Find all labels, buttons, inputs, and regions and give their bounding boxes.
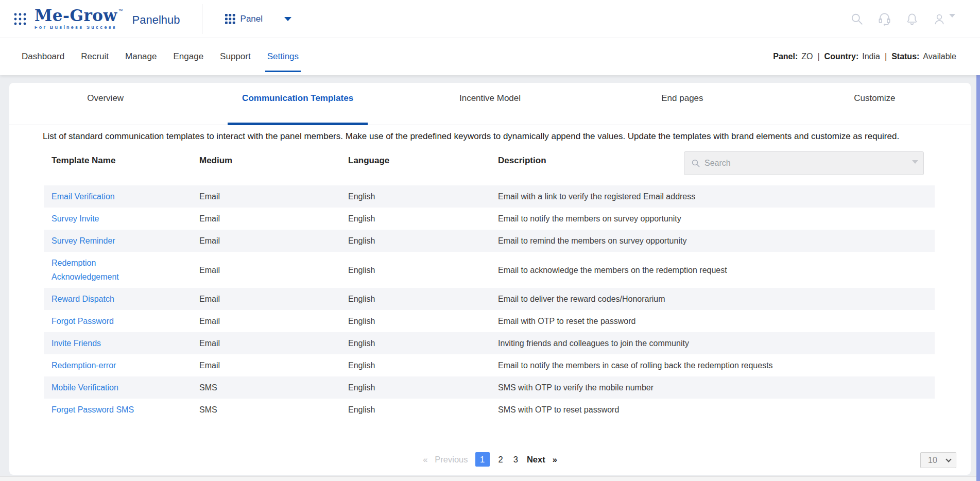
tab-communication-templates[interactable]: Communication Templates: [201, 83, 393, 125]
page-size-select-wrap: 10: [920, 452, 956, 468]
meta-panel-label: Panel:: [773, 52, 798, 61]
medium-cell: Email: [199, 358, 348, 372]
language-cell: English: [348, 234, 498, 248]
top-header-bar: Me-Grow ™ For Business Success Panelhub …: [0, 0, 980, 38]
table-search-box: [684, 151, 924, 175]
table-row: Forget Password SMS SMS English SMS with…: [44, 399, 935, 421]
language-cell: English: [348, 314, 498, 328]
template-name-link[interactable]: Forgot Password: [51, 314, 114, 328]
panel-context-info: Panel: ZO | Country: India | Status: Ava…: [773, 52, 956, 61]
nav-item-dashboard[interactable]: Dashboard: [22, 38, 64, 75]
page-button-1[interactable]: 1: [475, 452, 490, 467]
column-header-template-name: Template Name: [51, 156, 199, 180]
table-row: Redemption Acknowledgement Email English…: [44, 252, 935, 288]
language-cell: English: [348, 358, 498, 372]
template-name-link[interactable]: Survey Invite: [51, 212, 99, 226]
page-size-select[interactable]: 10: [920, 452, 956, 468]
table-row: Email Verification Email English Email w…: [44, 185, 935, 208]
description-cell: Email with a link to verify the register…: [498, 190, 935, 203]
header-action-icons: [850, 12, 955, 26]
search-dropdown-caret-icon: [912, 160, 918, 164]
pagination: « Previous 1 2 3 Next »: [9, 452, 971, 467]
search-input[interactable]: [704, 159, 908, 168]
app-launcher-grid-icon[interactable]: [13, 12, 27, 26]
notifications-bell-icon[interactable]: [905, 12, 919, 26]
user-menu-caret-icon: [949, 14, 955, 18]
tab-end-pages[interactable]: End pages: [586, 83, 778, 125]
table-row: Reward Dispatch Email English Email to d…: [44, 288, 935, 310]
user-profile-menu[interactable]: [933, 12, 955, 26]
table-row: Mobile Verification SMS English SMS with…: [44, 376, 935, 399]
primary-navigation: Dashboard Recruit Manage Engage Support …: [0, 38, 980, 75]
grid-dots-icon: [13, 12, 27, 26]
nav-item-manage[interactable]: Manage: [125, 38, 157, 75]
nav-item-settings[interactable]: Settings: [267, 38, 299, 75]
medium-cell: SMS: [199, 403, 348, 417]
table-row: Redemption-error Email English Email to …: [44, 354, 935, 376]
meta-country-value: India: [862, 52, 880, 61]
headset-icon[interactable]: [878, 12, 891, 26]
template-name-link[interactable]: Mobile Verification: [51, 381, 118, 394]
description-cell: Email to notify the members on survey op…: [498, 212, 935, 226]
description-cell: Email to acknowledge the members on the …: [498, 263, 935, 277]
product-name: Panelhub: [132, 13, 180, 27]
description-cell: SMS with OTP to verify the mobile number: [498, 381, 935, 394]
column-header-medium: Medium: [199, 156, 348, 180]
tab-customize[interactable]: Customize: [779, 83, 971, 125]
settings-content-card: Overview Communication Templates Incenti…: [9, 83, 971, 475]
panel-switcher[interactable]: Panel: [225, 14, 263, 24]
page-button-2[interactable]: 2: [497, 455, 505, 465]
previous-button[interactable]: Previous: [435, 455, 468, 465]
panel-switcher-label: Panel: [240, 14, 263, 24]
header-divider: [202, 4, 202, 34]
next-arrow[interactable]: »: [553, 455, 557, 465]
tab-overview[interactable]: Overview: [9, 83, 201, 125]
meta-country-label: Country:: [824, 52, 859, 61]
description-cell: SMS with OTP to reset password: [498, 403, 935, 417]
meta-status-value: Available: [923, 52, 956, 61]
description-cell: Email to notify the members in case of r…: [498, 358, 935, 372]
table-header-row: Template Name Medium Language Descriptio…: [44, 151, 935, 180]
language-cell: English: [348, 263, 498, 277]
template-name-link[interactable]: Forget Password SMS: [51, 403, 134, 417]
table-row: Survey Invite Email English Email to not…: [44, 208, 935, 230]
language-cell: English: [348, 190, 498, 203]
meta-separator: |: [816, 52, 820, 61]
medium-cell: Email: [199, 314, 348, 328]
meta-panel-value: ZO: [801, 52, 813, 61]
previous-arrow[interactable]: «: [423, 455, 427, 465]
description-cell: Email to deliver the reward codes/Honora…: [498, 292, 935, 306]
brand-name: Me-Grow: [35, 8, 117, 24]
user-profile-icon: [933, 12, 946, 26]
medium-cell: SMS: [199, 381, 348, 394]
medium-cell: Email: [199, 234, 348, 248]
description-cell: Email with OTP to reset the password: [498, 314, 935, 328]
nav-item-support[interactable]: Support: [220, 38, 251, 75]
horizontal-scrollbar[interactable]: [0, 476, 980, 481]
nav-item-engage[interactable]: Engage: [173, 38, 203, 75]
meta-separator: |: [884, 52, 888, 61]
next-button[interactable]: Next: [527, 455, 545, 465]
tab-incentive-model[interactable]: Incentive Model: [394, 83, 586, 125]
medium-cell: Email: [199, 292, 348, 306]
table-row: Forgot Password Email English Email with…: [44, 310, 935, 332]
nav-item-recruit[interactable]: Recruit: [81, 38, 109, 75]
language-cell: English: [348, 292, 498, 306]
template-name-link[interactable]: Reward Dispatch: [51, 292, 114, 306]
language-cell: English: [348, 212, 498, 226]
template-name-link[interactable]: Invite Friends: [51, 336, 101, 350]
language-cell: English: [348, 336, 498, 350]
language-cell: English: [348, 403, 498, 417]
template-name-link[interactable]: Redemption Acknowledgement: [51, 256, 149, 284]
template-name-link[interactable]: Email Verification: [51, 190, 115, 203]
medium-cell: Email: [199, 212, 348, 226]
templates-intro-text: List of standard communication templates…: [43, 129, 940, 143]
search-icon[interactable]: [850, 12, 864, 26]
trademark-symbol: ™: [118, 9, 123, 13]
template-name-link[interactable]: Redemption-error: [51, 358, 116, 372]
column-header-language: Language: [348, 156, 498, 180]
brand-logo[interactable]: Me-Grow ™ For Business Success: [35, 8, 123, 30]
panel-dropdown-caret-icon[interactable]: [284, 17, 291, 21]
template-name-link[interactable]: Survey Reminder: [51, 234, 115, 248]
page-button-3[interactable]: 3: [512, 455, 520, 465]
